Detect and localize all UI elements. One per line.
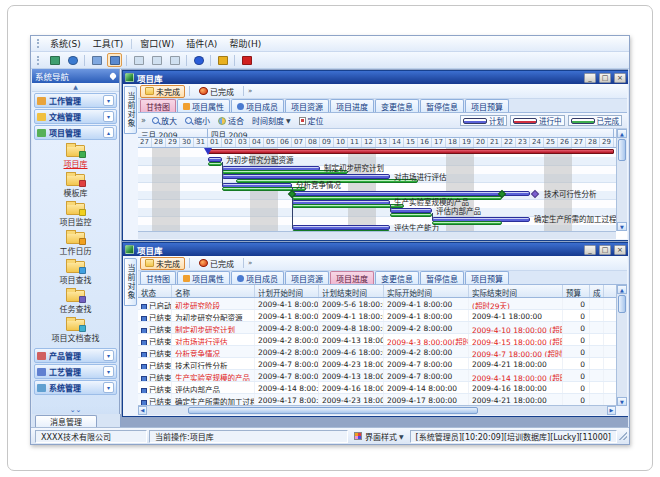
column-header-7[interactable]: 成 — [590, 285, 604, 297]
sidebar-section-4[interactable]: 工艺管理▾ — [34, 364, 117, 379]
toolbar-button-3[interactable] — [107, 53, 122, 67]
scrollbar-thumb[interactable] — [618, 295, 626, 313]
tab-7[interactable]: 项目预算 — [465, 271, 509, 284]
column-header-1[interactable]: 名称 — [172, 285, 255, 297]
sidebar-item-2[interactable]: 项目监控 — [60, 203, 92, 227]
tab-6[interactable]: 暂停信息 — [420, 271, 464, 284]
toolbar-button-0[interactable] — [47, 53, 62, 67]
sidebar-item-0[interactable]: 项目库 — [64, 145, 88, 169]
table-row[interactable]: 已结束为初步研究分配资源2009-4-1 8:00:002009-4-1 18:… — [138, 310, 616, 322]
filter-overflow-chevron-icon[interactable]: » — [248, 87, 252, 95]
zoom-out-button[interactable]: 缩小 — [183, 115, 212, 126]
current-object-side-tab[interactable]: 当前对象 — [124, 86, 137, 134]
toolbar-button-1[interactable] — [65, 53, 80, 67]
tab-3[interactable]: 项目资源 — [285, 99, 329, 112]
column-header-2[interactable]: 计划开始时间 — [255, 285, 319, 297]
gantt-done-bar[interactable] — [208, 162, 222, 166]
filter-button-1[interactable]: 已完成 — [194, 257, 239, 270]
scrollbar-thumb[interactable] — [188, 407, 478, 414]
scroll-down-icon[interactable]: ▼ — [617, 397, 627, 406]
chevron-down-icon[interactable]: ▾ — [103, 366, 114, 377]
gantt-done-bar[interactable] — [390, 213, 432, 217]
filter-overflow-chevron-icon[interactable]: » — [248, 259, 252, 267]
pin-icon[interactable] — [109, 72, 117, 80]
gantt-done-bar[interactable] — [292, 204, 404, 208]
column-header-6[interactable]: 预算 — [563, 285, 590, 297]
column-header-0[interactable]: 状态 — [138, 285, 172, 297]
chevron-down-icon[interactable]: ▾ — [103, 111, 114, 122]
toolbar-button-2[interactable] — [89, 53, 104, 67]
column-header-5[interactable]: 实际结束时间 — [469, 285, 563, 297]
table-vertical-scrollbar[interactable]: ▲ ▼ — [616, 285, 627, 406]
toolbar-button-5[interactable] — [149, 53, 164, 67]
gantt-vertical-scrollbar[interactable]: ▲ ▼ — [616, 129, 627, 231]
gantt-done-bar[interactable] — [432, 221, 502, 225]
gantt-horizontal-scrollbar[interactable] — [138, 231, 616, 239]
tab-5[interactable]: 变更信息 — [375, 99, 419, 112]
chevron-down-icon[interactable]: ▾ — [103, 95, 114, 106]
zoom-in-button[interactable]: 放大 — [150, 115, 179, 126]
tab-7[interactable]: 项目预算 — [465, 99, 509, 112]
sidebar-section-3[interactable]: 产品管理▾ — [34, 348, 117, 363]
sidebar-item-1[interactable]: 模板库 — [64, 174, 88, 198]
chevron-up-icon[interactable]: ▴ — [103, 127, 114, 138]
table-row[interactable]: 已结束分析竞争情况2009-4-2 8:00:002009-4-6 18:00:… — [138, 346, 616, 358]
maximize-button[interactable]: □ — [599, 73, 611, 83]
tab-5[interactable]: 变更信息 — [375, 271, 419, 284]
close-button[interactable]: × — [614, 245, 626, 255]
toolbar-button-7[interactable] — [191, 53, 206, 67]
column-header-3[interactable]: 计划结束时间 — [319, 285, 384, 297]
table-row[interactable]: 已结束技术可行性分析2009-4-7 8:00:002009-4-23 18:0… — [138, 358, 616, 370]
tab-6[interactable]: 暂停信息 — [420, 99, 464, 112]
gantt-window-titlebar[interactable]: 项目库 _ □ × — [123, 71, 628, 84]
table-window-titlebar[interactable]: 项目库 _ □ × — [123, 243, 628, 256]
scroll-up-icon[interactable]: ▲ — [617, 285, 627, 294]
sidebar-section-2[interactable]: 项目管理▴ — [34, 125, 117, 140]
sidebar-overflow-chevron-icon[interactable]: ⌄⌄ — [32, 406, 119, 414]
tab-0[interactable]: 甘特图 — [140, 271, 176, 284]
sidebar-item-4[interactable]: 项目查找 — [60, 261, 92, 285]
tab-2[interactable]: 项目成员 — [231, 99, 284, 112]
chevron-down-icon[interactable]: ▼ — [399, 433, 404, 440]
scroll-left-icon[interactable]: ◀ — [138, 406, 147, 415]
menu-item-3[interactable]: 插件(A) — [180, 36, 223, 51]
maximize-button[interactable]: □ — [599, 245, 611, 255]
fit-button[interactable]: 适合 — [216, 115, 246, 126]
sidebar-section-0[interactable]: 工作管理▾ — [34, 93, 117, 108]
menu-item-0[interactable]: 系统(S) — [44, 36, 87, 51]
scrollbar-thumb[interactable] — [618, 139, 626, 161]
filter-button-0[interactable]: 未完成 — [140, 85, 185, 98]
sidebar-item-5[interactable]: 任务查找 — [60, 290, 92, 314]
time-scale-button[interactable]: 时间刻度▼ — [250, 115, 293, 126]
toolbar-button-4[interactable] — [131, 53, 146, 67]
current-object-side-tab[interactable]: 当前对象 — [124, 258, 137, 306]
table-horizontal-scrollbar[interactable]: ◀ ▶ — [138, 405, 616, 415]
table-row[interactable]: 已结束评估内部产品2009-4-14 8:00:002009-4-16 18:0… — [138, 382, 616, 394]
table-row[interactable]: 已启动初步研究阶段2009-4-1 8:00:002009-5-6 18:00:… — [138, 298, 616, 310]
locate-button[interactable]: 定位 — [297, 115, 326, 126]
tab-3[interactable]: 项目资源 — [285, 271, 329, 284]
toolbar-overflow-chevron-icon[interactable]: » — [141, 116, 146, 125]
toolbar-button-9[interactable] — [239, 53, 254, 67]
tab-1[interactable]: 项目属性 — [177, 99, 230, 112]
tab-0[interactable]: 甘特图 — [140, 99, 176, 112]
chevron-down-icon[interactable]: ▾ — [103, 350, 114, 361]
tab-1[interactable]: 项目属性 — [177, 271, 230, 284]
sidebar-item-3[interactable]: 工作日历 — [60, 232, 92, 256]
sidebar-section-1[interactable]: 文档管理▾ — [34, 109, 117, 124]
sidebar-item-6[interactable]: 项目文档查找 — [52, 319, 100, 343]
scroll-down-icon[interactable]: ▼ — [617, 222, 627, 231]
column-header-4[interactable]: 实际开始时间 — [384, 285, 469, 297]
filter-button-1[interactable]: 已完成 — [194, 85, 239, 98]
sidebar-section-5[interactable]: 系统管理▾ — [34, 380, 117, 395]
menu-item-2[interactable]: 窗口(W) — [134, 36, 180, 51]
menu-item-4[interactable]: 帮助(H) — [223, 36, 267, 51]
filter-button-0[interactable]: 未完成 — [140, 257, 185, 270]
interface-style-button[interactable]: 界面样式 — [365, 431, 397, 442]
toolbar-button-6[interactable] — [167, 53, 182, 67]
tab-4[interactable]: 项目进度 — [330, 271, 374, 284]
table-row[interactable]: 已结束生产实验室规模的产品2009-4-7 8:00:002009-4-13 1… — [138, 370, 616, 382]
tab-2[interactable]: 项目成员 — [231, 271, 284, 284]
close-button[interactable]: × — [614, 73, 626, 83]
menubar-grip[interactable] — [37, 39, 40, 48]
